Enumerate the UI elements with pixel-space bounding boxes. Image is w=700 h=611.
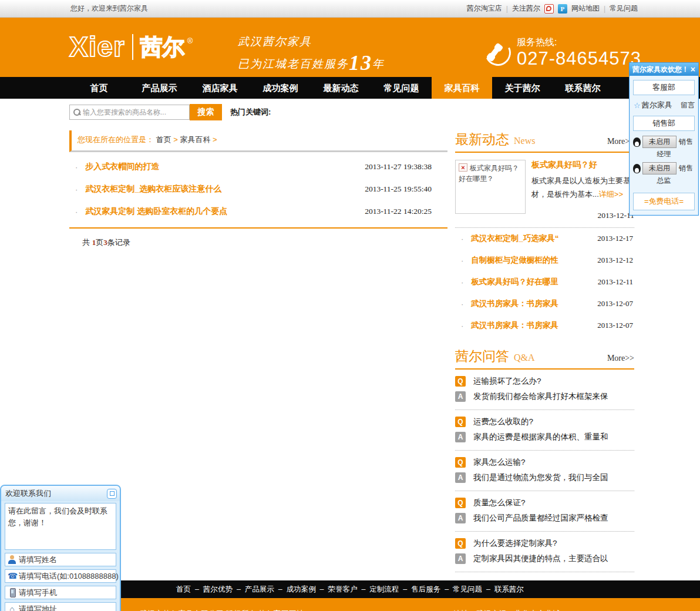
nav-item-products[interactable]: 产品展示 bbox=[129, 77, 190, 99]
article-row: · 武汉家具定制 选购卧室衣柜的几个要点 2013-11-22 14:20:25 bbox=[69, 200, 447, 223]
registered-mark: ® bbox=[187, 36, 193, 45]
search-input[interactable] bbox=[83, 108, 189, 116]
site-header: Xier 茜尔 ® 武汉茜尔家具 已为江城老百姓服务13年 服务热线: 027-… bbox=[0, 18, 700, 77]
qa-more-link[interactable]: More>> bbox=[607, 354, 634, 363]
nav-item-news[interactable]: 最新动态 bbox=[311, 77, 371, 99]
qq-status-button[interactable]: 未启用 bbox=[642, 136, 677, 148]
topbar-links: 茜尔淘宝店 | 关注茜尔 P 网站地图 | 常见问题 bbox=[467, 4, 638, 14]
faq-link[interactable]: 常见问题 bbox=[610, 4, 638, 14]
news-link[interactable]: 武汉衣柜定制_巧选家具“ bbox=[471, 233, 597, 244]
bullet-icon: · bbox=[461, 278, 463, 287]
right-column: 最新动态 News More>> × 板式家具好吗？好在哪里？ 板式家具好吗？好… bbox=[455, 130, 634, 572]
footer-link[interactable]: 联系茜尔 bbox=[484, 585, 524, 593]
news-link[interactable]: 武汉书房家具：书房家具 bbox=[471, 320, 597, 331]
qa-question[interactable]: 家具怎么运输? bbox=[473, 457, 526, 468]
breadcrumb: 您现在所在的位置是： 首页 > 家具百科 > bbox=[69, 130, 447, 152]
taobao-link[interactable]: 茜尔淘宝店 bbox=[467, 4, 502, 14]
footer-link[interactable]: 产品展示 bbox=[234, 585, 274, 593]
featured-news-date: 2013-12-11 bbox=[531, 211, 634, 220]
nav-item-home[interactable]: 首页 bbox=[69, 77, 129, 99]
a-badge: A bbox=[455, 513, 466, 523]
nav-item-faq[interactable]: 常见问题 bbox=[371, 77, 432, 99]
sales-agent: 未启用 销售 经理 bbox=[633, 136, 695, 159]
news-link[interactable]: 自制橱柜与定做橱柜的性 bbox=[471, 255, 597, 266]
footer-link[interactable]: 定制流程 bbox=[359, 585, 399, 593]
mobile-field-wrap bbox=[5, 586, 116, 599]
news-row: · 自制橱柜与定做橱柜的性 2013-12-12 bbox=[455, 250, 634, 271]
sitemap-link[interactable]: 网站地图 bbox=[571, 4, 600, 14]
qa-question[interactable]: 质量怎么保证? bbox=[473, 498, 526, 508]
search-icon bbox=[73, 108, 80, 116]
qa-answer: 我们公司产品质量都经过国家严格检查 bbox=[473, 513, 608, 523]
news-row: · 武汉书房家具：书房家具 2013-12-07 bbox=[455, 315, 634, 337]
free-call-button[interactable]: =免费电话= bbox=[633, 193, 695, 210]
news-title: 最新动态 bbox=[455, 130, 509, 149]
chat-panel-header[interactable]: 茜尔家具欢饮您！ × bbox=[630, 63, 698, 76]
weibo-icon[interactable] bbox=[544, 4, 554, 14]
footer-link[interactable]: 常见问题 bbox=[443, 585, 482, 593]
main-content: 您现在所在的位置是： 首页 > 家具百科 > · 步入式衣帽间的打造 2013-… bbox=[69, 130, 700, 572]
detail-link[interactable]: 详细>> bbox=[599, 190, 623, 199]
news-link[interactable]: 板式家具好吗？好在哪里 bbox=[471, 277, 597, 287]
article-date: 2013-11-22 14:20:25 bbox=[365, 207, 432, 216]
qq-contact-name: 茜尔家具 bbox=[642, 100, 672, 110]
minimize-icon[interactable] bbox=[107, 489, 117, 499]
service-hotline: 服务热线: 027-84654573 bbox=[485, 36, 641, 69]
article-link[interactable]: 武汉家具定制 选购卧室衣柜的几个要点 bbox=[85, 206, 365, 217]
footer-link[interactable]: 茜尔优势 bbox=[193, 585, 233, 593]
close-icon[interactable]: × bbox=[691, 65, 695, 73]
footer-link[interactable]: 首页 bbox=[176, 585, 191, 593]
featured-news-title[interactable]: 板式家具好吗？好 bbox=[531, 160, 634, 170]
nav-item-wiki-active[interactable]: 家具百科 bbox=[432, 77, 492, 99]
news-list: · 武汉衣柜定制_巧选家具“ 2013-12-17 · 自制橱柜与定做橱柜的性 … bbox=[455, 228, 634, 337]
q-badge: Q bbox=[455, 376, 466, 387]
a-badge: A bbox=[455, 432, 466, 442]
nav-item-about[interactable]: 关于茜尔 bbox=[492, 77, 553, 99]
logo-cn-text: 茜尔 bbox=[140, 36, 185, 58]
page: { "colors": { "accent_orange": "#f08c00"… bbox=[0, 0, 700, 611]
mobile-field[interactable] bbox=[19, 588, 122, 597]
logo-en-text: Xier bbox=[69, 33, 125, 61]
search-row: 搜索 热门关键词: bbox=[0, 99, 700, 121]
follow-link[interactable]: 关注茜尔 bbox=[512, 4, 540, 14]
name-field-wrap bbox=[5, 553, 116, 566]
site-logo[interactable]: Xier 茜尔 ® bbox=[69, 33, 193, 61]
footer-link[interactable]: 成功案例 bbox=[276, 585, 315, 593]
pengyou-icon[interactable]: P bbox=[558, 4, 567, 14]
broken-image-placeholder[interactable]: × 板式家具好吗？好在哪里？ bbox=[455, 160, 526, 214]
nav-item-contact[interactable]: 联系茜尔 bbox=[553, 77, 613, 99]
name-field[interactable] bbox=[19, 555, 122, 564]
breadcrumb-home[interactable]: 首页 bbox=[156, 135, 171, 144]
qa-question[interactable]: 运费怎么收取的? bbox=[473, 417, 533, 427]
dept-sales[interactable]: 销售部 bbox=[633, 116, 695, 131]
telephone-field[interactable] bbox=[19, 572, 122, 580]
news-link[interactable]: 武汉书房家具：书房家具 bbox=[471, 298, 597, 309]
top-utility-bar: 您好，欢迎来到茜尔家具 茜尔淘宝店 | 关注茜尔 P 网站地图 | 常见问题 bbox=[0, 0, 700, 18]
news-date: 2013-12-07 bbox=[597, 299, 633, 308]
bullet-icon: · bbox=[75, 207, 78, 216]
search-button[interactable]: 搜索 bbox=[190, 104, 222, 120]
bullet-icon: · bbox=[461, 256, 463, 265]
contact-panel-title: 欢迎联系我们 bbox=[5, 488, 51, 499]
news-date: 2013-12-12 bbox=[597, 256, 633, 265]
qa-question[interactable]: 运输损坏了怎么办? bbox=[473, 376, 541, 387]
leave-message-link[interactable]: 留言 bbox=[681, 100, 695, 110]
address-field[interactable] bbox=[19, 605, 122, 611]
qq-status-button[interactable]: 未启用 bbox=[642, 162, 677, 174]
footer-link[interactable]: 售后服务 bbox=[401, 585, 440, 593]
divider: | bbox=[604, 5, 605, 13]
footer-link[interactable]: 荣誉客户 bbox=[318, 585, 357, 593]
article-link[interactable]: 武汉衣柜定制_选购衣柜应该注意什么 bbox=[85, 184, 365, 194]
message-textarea[interactable]: 请在此留言，我们会及时联系您，谢谢！ bbox=[5, 503, 116, 550]
nav-item-cases[interactable]: 成功案例 bbox=[250, 77, 311, 99]
featured-news: × 板式家具好吗？好在哪里？ 板式家具好吗？好 板式家具是以人造板为主要基材，是… bbox=[455, 153, 634, 228]
news-date: 2013-12-07 bbox=[597, 321, 633, 330]
nav-item-hotel-furniture[interactable]: 酒店家具 bbox=[190, 77, 250, 99]
dept-customer-service[interactable]: 客服部 bbox=[633, 80, 695, 95]
hot-keywords-label: 热门关键词: bbox=[230, 107, 271, 118]
q-badge: Q bbox=[455, 457, 466, 468]
breadcrumb-current[interactable]: 家具百科 bbox=[180, 135, 210, 144]
qa-question[interactable]: 为什么要选择定制家具? bbox=[473, 538, 557, 549]
contact-panel-header[interactable]: 欢迎联系我们 bbox=[1, 486, 120, 501]
article-link[interactable]: 步入式衣帽间的打造 bbox=[85, 162, 365, 172]
